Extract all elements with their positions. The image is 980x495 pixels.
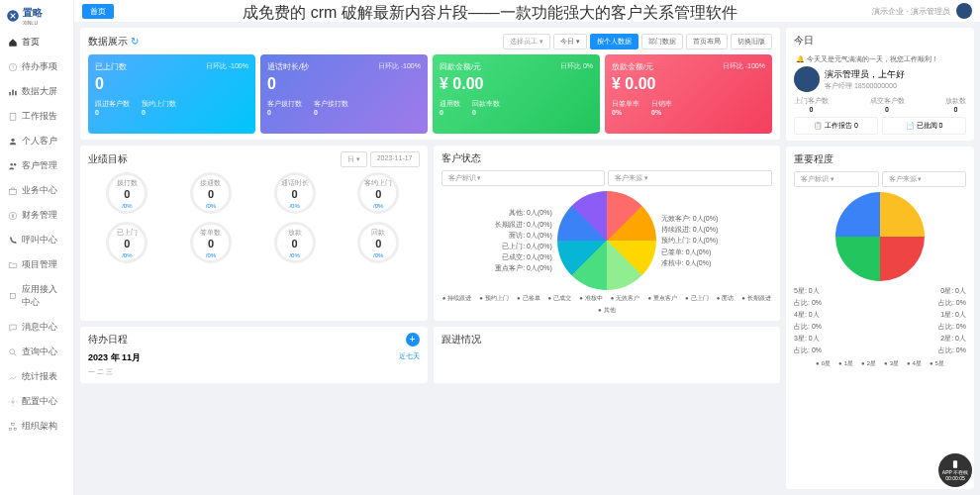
menu-config[interactable]: 配置中心: [0, 389, 73, 414]
sched-title: 待办日程: [88, 333, 128, 346]
card-visits[interactable]: 已上门数日环比 -100% 0 跟进客户数0预约上门数0: [88, 54, 255, 134]
perf-title: 业绩目标: [88, 152, 128, 166]
filter-today[interactable]: 今日 ▾: [553, 34, 587, 50]
money-icon: [8, 211, 18, 221]
today-title: 今日: [794, 34, 814, 48]
imp-title: 重要程度: [794, 152, 833, 166]
chart-icon: [8, 87, 18, 97]
today-panel: 今日 🔔今天又是元气满满的一天，祝您工作顺利！ 演示管理员，上午好客户经理 18…: [786, 28, 974, 141]
message-icon: [8, 323, 18, 333]
phone-off-icon: [950, 459, 960, 469]
menu-integration[interactable]: 应用接入中心: [0, 277, 73, 315]
menu-project[interactable]: 项目管理: [0, 252, 73, 277]
follow-title: 跟进情况: [441, 333, 481, 346]
filter-dept[interactable]: 部门数据: [641, 34, 683, 50]
card-loan[interactable]: 放款金额/元日环比 -100% ¥ 0.00 日签单率0%日销率0%: [605, 54, 772, 134]
card-payment[interactable]: 回款金额/元日环比 0% ¥ 0.00 通用数0回款率数0: [433, 54, 600, 134]
svg-rect-3: [12, 89, 14, 95]
perf-day[interactable]: 日 ▾: [341, 151, 367, 167]
svg-rect-11: [11, 294, 16, 299]
svg-point-6: [11, 138, 14, 141]
perf-date[interactable]: 2023-11-17: [370, 151, 420, 167]
svg-rect-5: [10, 113, 16, 121]
home-icon: [8, 38, 18, 48]
menu-home[interactable]: 首页: [0, 30, 73, 54]
add-schedule-button[interactable]: +: [406, 333, 420, 346]
status-title: 客户状态: [441, 151, 481, 165]
work-report-button[interactable]: 📋 工作报告 0: [794, 117, 878, 135]
menu-message[interactable]: 消息中心: [0, 315, 73, 340]
svg-point-7: [11, 163, 14, 166]
users-icon: [8, 161, 18, 171]
search-icon: [8, 347, 18, 357]
float-status[interactable]: APP 不在线00:00:05: [938, 453, 972, 487]
filter-layout[interactable]: 首页布局: [686, 34, 728, 50]
doc-icon: [8, 112, 18, 122]
importance-pie: [835, 192, 925, 281]
filter-switch[interactable]: 切换旧版: [731, 34, 772, 50]
folder-icon: [8, 260, 18, 270]
menu-customer[interactable]: 客户管理: [0, 153, 73, 178]
reviewed-button[interactable]: 📄 已批阅 0: [882, 117, 966, 135]
sched-link[interactable]: 近七天: [399, 351, 420, 367]
stats-icon: [8, 372, 18, 382]
svg-rect-15: [9, 428, 12, 430]
importance-panel: 重要程度 客户标识 ▾客户来源 ▾ 5星: 0人0星: 0人占比: 0%占比: …: [786, 147, 974, 489]
org-icon: [8, 422, 18, 432]
ring-item: 已上门0/0%: [88, 222, 166, 265]
menu-reports[interactable]: 工作报告: [0, 104, 73, 129]
menu-dashboard[interactable]: 数据大屏: [0, 79, 73, 104]
sched-month: 2023 年 11月: [88, 351, 141, 364]
imp-sel1[interactable]: 客户标识 ▾: [794, 171, 879, 187]
svg-point-8: [14, 163, 16, 166]
sidebar: 置略XINLU 首页 待办事项 数据大屏 工作报告 个人客户 客户管理 业务中心…: [0, 0, 74, 495]
status-panel: 客户状态 客户标识 ▾客户来源 ▾ 其他: 0人(0%)长期跟进: 0人(0%)…: [434, 146, 781, 321]
menu-business[interactable]: 业务中心: [0, 178, 73, 203]
ring-item: 拨打数0/0%: [88, 172, 166, 216]
ring-item: 放款0/0%: [255, 222, 334, 265]
overlay-title: 成免费的 crm 破解最新内容片段——一款功能强大的客户关系管理软件: [0, 3, 980, 24]
filter-employee[interactable]: 选择员工 ▾: [503, 34, 550, 50]
schedule-panel: 待办日程+ 2023 年 11月近七天 一二三: [80, 327, 428, 383]
ring-item: 接通数0/0%: [172, 172, 250, 216]
ring-item: 通话时长0/0%: [255, 172, 334, 216]
data-title: 数据展示 ↻: [88, 35, 139, 49]
ring-item: 签单数0/0%: [172, 222, 250, 265]
svg-point-12: [10, 348, 15, 353]
svg-rect-16: [14, 428, 17, 430]
followup-panel: 跟进情况: [434, 327, 781, 383]
menu-personal[interactable]: 个人客户: [0, 129, 73, 153]
ring-item: 客约上门0/0%: [340, 172, 418, 216]
imp-sel2[interactable]: 客户来源 ▾: [882, 171, 967, 187]
menu-todo[interactable]: 待办事项: [0, 54, 73, 79]
ring-item: 回款0/0%: [340, 222, 418, 265]
status-sel1[interactable]: 客户标识 ▾: [441, 170, 606, 186]
gear-icon: [8, 397, 18, 407]
user-icon: [8, 137, 18, 147]
menu-finance[interactable]: 财务管理: [0, 203, 73, 228]
clock-icon: [8, 62, 18, 72]
svg-rect-4: [15, 90, 17, 95]
svg-rect-17: [953, 460, 957, 468]
phone-icon: [8, 236, 18, 246]
svg-rect-9: [9, 189, 17, 194]
filter-personal[interactable]: 按个人数据: [590, 34, 638, 50]
svg-rect-14: [12, 423, 15, 425]
user-avatar[interactable]: [794, 66, 820, 92]
briefcase-icon: [8, 186, 18, 196]
status-sel2[interactable]: 客户来源 ▾: [608, 170, 772, 186]
menu-call[interactable]: 呼叫中心: [0, 228, 73, 252]
menu-query[interactable]: 查询中心: [0, 340, 73, 364]
data-panel: 数据展示 ↻ 选择员工 ▾ 今日 ▾ 按个人数据 部门数据 首页布局 切换旧版 …: [80, 28, 780, 140]
performance-panel: 业绩目标 日 ▾2023-11-17 拨打数0/0%接通数0/0%通话时长0/0…: [80, 146, 428, 321]
menu-org[interactable]: 组织架构: [0, 414, 73, 439]
notification: 🔔今天又是元气满满的一天，祝您工作顺利！: [794, 52, 966, 66]
svg-rect-2: [9, 92, 11, 95]
plug-icon: [8, 291, 18, 301]
card-calls[interactable]: 通话时长/秒日环比 -100% 0 客户拨打数0客户接打数0: [260, 54, 428, 134]
status-pie: [557, 191, 656, 290]
svg-point-13: [12, 400, 15, 403]
user-name: 演示管理员，上午好: [825, 68, 966, 81]
menu-stats[interactable]: 统计报表: [0, 364, 73, 389]
